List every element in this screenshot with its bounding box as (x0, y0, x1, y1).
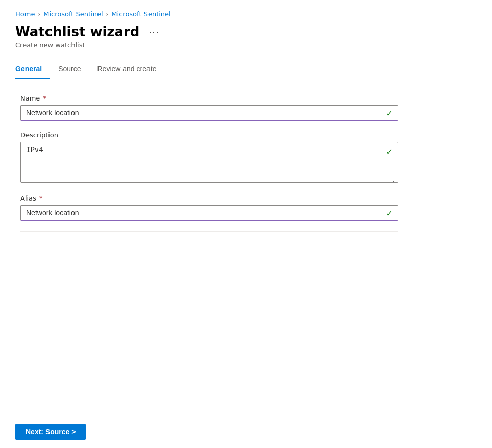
name-input[interactable] (20, 105, 398, 121)
tabs: General Source Review and create (15, 59, 444, 79)
name-required-star: * (41, 94, 46, 102)
form-section: Name * ✓ Description IPv4 ✓ Alias * (15, 94, 403, 232)
breadcrumb-home[interactable]: Home (15, 10, 35, 18)
breadcrumb-sentinel-2[interactable]: Microsoft Sentinel (111, 10, 170, 18)
alias-input-wrapper: ✓ (20, 205, 398, 221)
description-textarea[interactable]: IPv4 (20, 142, 398, 183)
name-label: Name * (20, 94, 398, 102)
name-input-wrapper: ✓ (20, 105, 398, 121)
alias-label: Alias * (20, 194, 398, 202)
bottom-bar: Next: Source > (0, 415, 492, 448)
description-label: Description (20, 131, 398, 139)
tab-source[interactable]: Source (58, 60, 89, 79)
alias-required-star: * (37, 194, 43, 202)
description-textarea-wrapper: IPv4 ✓ (20, 142, 398, 184)
more-options-button[interactable]: ··· (144, 24, 163, 39)
breadcrumb: Home › Microsoft Sentinel › Microsoft Se… (15, 10, 444, 18)
name-checkmark-icon: ✓ (386, 108, 393, 118)
tab-general[interactable]: General (15, 60, 50, 79)
breadcrumb-sep-1: › (38, 11, 40, 18)
form-divider (20, 231, 398, 232)
alias-checkmark-icon: ✓ (386, 208, 393, 218)
tab-review-and-create[interactable]: Review and create (97, 60, 165, 79)
description-group: Description IPv4 ✓ (20, 131, 398, 184)
breadcrumb-sep-2: › (106, 11, 109, 18)
name-group: Name * ✓ (20, 94, 398, 121)
breadcrumb-sentinel-1[interactable]: Microsoft Sentinel (43, 10, 103, 18)
description-checkmark-icon: ✓ (386, 147, 393, 157)
page-subtitle: Create new watchlist (15, 41, 444, 49)
alias-input[interactable] (20, 205, 398, 221)
alias-group: Alias * ✓ (20, 194, 398, 221)
next-source-button[interactable]: Next: Source > (15, 424, 86, 440)
page-title: Watchlist wizard (15, 24, 139, 39)
